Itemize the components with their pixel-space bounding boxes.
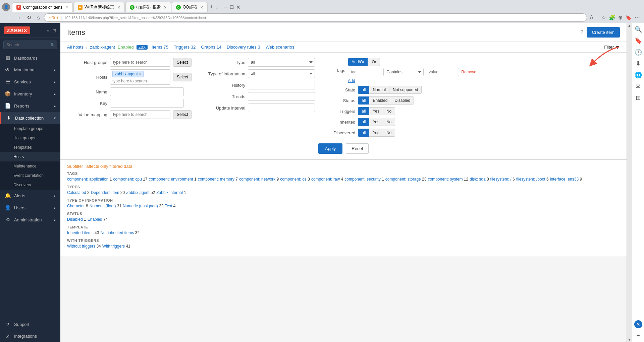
tag-add-link[interactable]: Add: [348, 78, 355, 83]
br-apps-icon[interactable]: ⊞: [636, 94, 641, 101]
state-normal-btn[interactable]: Normal: [369, 86, 389, 94]
filter-btn[interactable]: Filter ▼: [604, 45, 620, 50]
sf-tag-component-system[interactable]: component: system 12: [428, 177, 468, 182]
zbx-badge[interactable]: ZBX: [137, 45, 148, 50]
close-btn[interactable]: ✕: [236, 4, 240, 10]
translate-btn[interactable]: A↔: [590, 15, 599, 21]
sf-tag-component-environment[interactable]: component: environment 1: [149, 177, 197, 182]
sidebar-subitem-event-correlation[interactable]: Event correlation: [0, 171, 60, 180]
sf-tag-text[interactable]: Text 4: [165, 204, 176, 208]
tab-items[interactable]: Items 75: [150, 42, 170, 52]
triggers-yes-btn[interactable]: Yes: [369, 107, 383, 115]
tab-wetab[interactable]: W WeTab 新标签页 ×: [73, 2, 125, 12]
host-groups-input[interactable]: [110, 58, 170, 67]
refresh-btn[interactable]: ↻: [25, 14, 33, 21]
collapse-sidebar-btn[interactable]: «: [47, 28, 50, 33]
name-input[interactable]: [110, 87, 184, 96]
history-input[interactable]: [248, 81, 315, 89]
sidebar-subitem-host-groups[interactable]: Host groups: [0, 133, 60, 143]
host-groups-select-btn[interactable]: Select: [173, 58, 192, 67]
trends-input[interactable]: [248, 92, 315, 101]
sf-tag-without-triggers[interactable]: Without triggers 34: [67, 244, 101, 249]
br-download-icon[interactable]: ⬇: [636, 60, 641, 67]
tab4-close[interactable]: ×: [200, 5, 203, 10]
sidebar-item-services[interactable]: ☰ Services ▸: [0, 76, 60, 88]
back-btn[interactable]: ←: [4, 14, 12, 21]
tab-triggers[interactable]: Triggers 32: [172, 42, 197, 52]
sf-tag-numeric-float[interactable]: Numeric (float) 31: [90, 204, 121, 208]
inherited-yes-btn[interactable]: Yes: [369, 118, 383, 126]
tab-more-btn[interactable]: ⌄: [215, 4, 219, 10]
extensions-btn[interactable]: 🧩: [609, 14, 615, 21]
apply-btn[interactable]: Apply: [318, 143, 343, 154]
triggers-all-btn[interactable]: all: [358, 107, 369, 115]
sf-tag-component-os[interactable]: component: os 3: [280, 177, 310, 182]
tab-configuration[interactable]: Z Configuration of items ×: [12, 2, 73, 12]
sf-tag-component-security[interactable]: component: security 1: [344, 177, 384, 182]
sf-tag-component-cpu[interactable]: component: cpu 17: [113, 177, 147, 182]
value-mapping-input[interactable]: [110, 110, 170, 119]
discovered-no-btn[interactable]: No: [383, 129, 395, 137]
state-all-btn[interactable]: all: [358, 86, 369, 94]
breadcrumb-host[interactable]: zabbix-agent: [90, 42, 115, 52]
sidebar-subitem-templates[interactable]: Templates: [0, 143, 60, 152]
br-history-icon[interactable]: 🕐: [635, 49, 642, 56]
tag-or-btn[interactable]: Or: [368, 58, 380, 66]
sidebar-search-input[interactable]: [3, 41, 57, 49]
sf-tag-dependent-item[interactable]: Dependent item 20: [91, 190, 125, 195]
sf-tag-component-raw[interactable]: component: raw 4: [311, 177, 343, 182]
sf-tag-with-triggers[interactable]: With triggers 41: [102, 244, 130, 249]
scroll-down[interactable]: ▼: [628, 338, 631, 341]
br-search-icon[interactable]: 🔍: [635, 26, 642, 33]
sf-tag-zabbix-internal[interactable]: Zabbix internal 1: [156, 190, 186, 195]
sidebar-item-inventory[interactable]: 📦 Inventory ▸: [0, 88, 60, 100]
sidebar-item-administration[interactable]: ⚙ Administration ▸: [0, 214, 60, 226]
sidebar-subitem-discovery[interactable]: Discovery: [0, 180, 60, 190]
tab-graphs[interactable]: Graphs 14: [200, 42, 223, 52]
br-add-icon[interactable]: +: [636, 332, 640, 339]
hosts-select-btn[interactable]: Select: [173, 73, 192, 81]
forward-btn[interactable]: →: [15, 14, 23, 21]
tab-web-scenarios[interactable]: Web scenarios: [264, 42, 296, 52]
sidebar-subitem-hosts[interactable]: Hosts: [0, 152, 60, 161]
sf-tag-inherited-items[interactable]: Inherited items 43: [67, 230, 99, 235]
sf-tag-component-network[interactable]: component: network 9: [239, 177, 279, 182]
reset-btn[interactable]: Reset: [346, 143, 369, 154]
help-icon[interactable]: ?: [580, 29, 583, 36]
profile-btn[interactable]: ⊕: [618, 14, 623, 21]
sidebar-item-alerts[interactable]: 🔔 Alerts ▸: [0, 190, 60, 202]
discovered-all-btn[interactable]: all: [358, 129, 369, 137]
inherited-all-btn[interactable]: all: [358, 118, 369, 126]
sf-tag-numeric-unsigned[interactable]: Numeric (unsigned) 32: [123, 204, 163, 208]
br-bookmark-icon[interactable]: 🔖: [635, 37, 642, 45]
sidebar-item-data-collection[interactable]: ⬇ Data collection ▾: [0, 112, 60, 124]
sf-tag-component-application[interactable]: component: application 1: [67, 177, 112, 182]
create-item-button[interactable]: Create item: [587, 27, 620, 38]
tab2-close[interactable]: ×: [117, 5, 120, 10]
type-select[interactable]: all Zabbix agent Zabbix agent (active) S…: [248, 58, 315, 67]
sf-tag-character[interactable]: Character 8: [67, 204, 88, 208]
sf-tag-enabled[interactable]: Enabled 74: [88, 217, 108, 222]
triggers-no-btn[interactable]: No: [383, 107, 395, 115]
sf-tag-not-inherited-items[interactable]: Not inherited items 32: [100, 230, 140, 235]
address-url[interactable]: 192.168.116.140/items.php?filter_set=1&f…: [64, 16, 206, 20]
state-not-supported-btn[interactable]: Not supported: [389, 86, 422, 94]
status-all-btn[interactable]: all: [358, 96, 369, 105]
scroll-up[interactable]: ▲: [628, 24, 631, 27]
sf-tag-filesystem-boot[interactable]: filesystem: /boot 6: [516, 177, 549, 182]
hosts-search-input[interactable]: [112, 79, 163, 83]
br-globe-icon[interactable]: 🌐: [635, 71, 642, 79]
sidebar-item-integrations[interactable]: Z Integrations: [0, 330, 60, 342]
status-disabled-btn[interactable]: Disabled: [391, 96, 414, 105]
sidebar-item-support[interactable]: ? Support: [0, 319, 60, 330]
sf-tag-disk-sda[interactable]: disk: sda 8: [470, 177, 489, 182]
tag-contains-select[interactable]: Contains Equals Does not contain: [383, 68, 424, 76]
fullscreen-btn[interactable]: ⊡: [52, 28, 56, 33]
sidebar-item-dashboards[interactable]: ▦ Dashboards: [0, 52, 60, 64]
tab-qq-mail[interactable]: Q QQ邮箱 ×: [172, 2, 208, 12]
home-btn[interactable]: ⌂: [35, 14, 41, 21]
tag-name-input[interactable]: [348, 68, 381, 76]
tab-discovery-rules[interactable]: Discovery rules 3: [225, 42, 262, 52]
favorites-btn[interactable]: ☆: [601, 14, 606, 21]
new-tab-btn[interactable]: +: [210, 4, 213, 11]
